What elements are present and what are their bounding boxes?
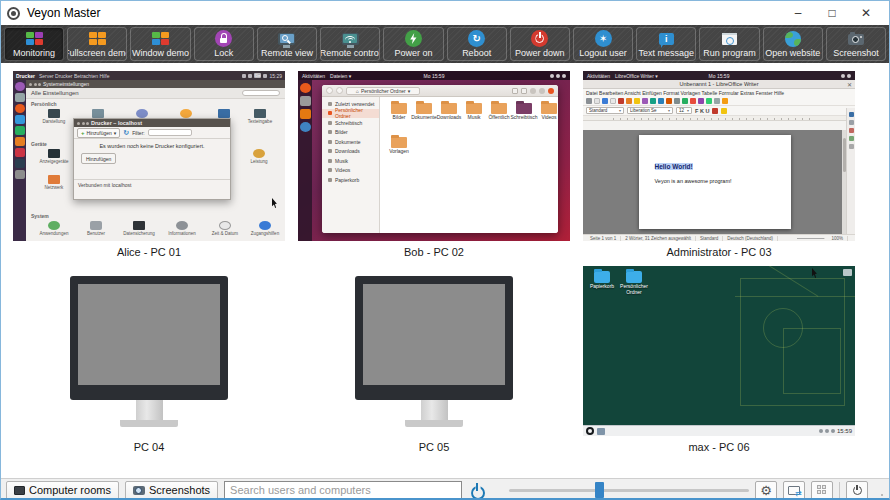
caret-down-icon: ▾	[114, 130, 117, 136]
view-toggle-icon	[521, 88, 527, 94]
fullscreen-demo-icon	[89, 31, 106, 47]
computer-caption: max - PC 06	[583, 436, 855, 453]
window-buttons	[77, 122, 89, 125]
align-to-grid-button[interactable]	[811, 481, 833, 500]
window-demo-button[interactable]: Window demo	[130, 27, 190, 61]
printers-title: Drucker – localhost	[91, 120, 142, 126]
auto-adjust-size-button[interactable]: ⚙	[755, 481, 777, 500]
remote-view-button[interactable]: Remote view	[257, 27, 317, 61]
security-icon	[218, 109, 230, 118]
window-demo-icon	[152, 31, 169, 47]
power-down-button[interactable]: Power down	[510, 27, 570, 61]
format-buttons: F K U	[695, 108, 709, 114]
computer-thumbnail-pc04[interactable]	[13, 266, 285, 436]
settings-item-system: Informationen	[162, 221, 202, 236]
plus-icon: +	[81, 130, 85, 136]
remote-clock: 15:29	[269, 73, 282, 79]
selected-text: Hello World!	[655, 163, 693, 170]
reboot-button[interactable]: ↻ Reboot	[447, 27, 507, 61]
reboot-icon: ↻	[468, 31, 485, 47]
add-printer-button-2: Hinzufügen	[81, 153, 116, 164]
taskbar-app-icon	[597, 428, 605, 435]
settings-item	[166, 109, 206, 118]
settings-item-leistung: Leistung	[239, 149, 279, 164]
run-program-button[interactable]: Run program	[699, 27, 759, 61]
resize-grip[interactable]	[874, 487, 884, 500]
close-button[interactable]: ✕	[849, 1, 883, 25]
computer-thumbnail-admin[interactable]: Aktivitäten LibreOffice Writer ▾ Mo 15:5…	[583, 71, 855, 241]
maximize-icon	[539, 88, 545, 94]
bottom-statusbar: Computer rooms Screenshots ⚙ ⇄	[1, 478, 889, 500]
custom-arrangement-button[interactable]: ⇄	[783, 481, 805, 500]
volume-icon	[263, 74, 267, 78]
settings-item-darstellung: Darstellung	[34, 109, 74, 124]
printers-dialog: Drucker – localhost + Hinzufügen ▾ ↻ Fil…	[73, 118, 231, 200]
mail-icon	[242, 74, 246, 78]
settings-titlebar: Systemeinstellungen	[26, 80, 285, 88]
power-state-button[interactable]	[846, 481, 868, 500]
monitoring-button[interactable]: Monitoring	[4, 27, 64, 61]
power-on-button[interactable]: Power on	[383, 27, 443, 61]
help-icon	[300, 122, 311, 132]
computer-thumbnail-pc05[interactable]	[298, 266, 570, 436]
computer-caption: Administrator - PC 03	[583, 241, 855, 258]
open-website-button[interactable]: Open website	[763, 27, 823, 61]
text-message-button[interactable]: i Text message	[636, 27, 696, 61]
computer-thumbnail-alice[interactable]: Drucker Server Drucker Betrachten Hilfe …	[13, 71, 285, 241]
sidebar-item: Papierkorb	[322, 175, 379, 185]
remote-topbar: Aktivitäten Dateien ▾ Mo 15:59	[298, 71, 570, 80]
computer-thumbnail-max[interactable]: Papierkorb Persönlicher Ordner 15:59	[583, 266, 855, 436]
remote-tray: De 15:29	[242, 73, 282, 79]
computer-cell-bob: Aktivitäten Dateien ▾ Mo 15:59	[298, 71, 583, 266]
software-icon	[15, 148, 25, 157]
screenshot-button[interactable]: Screenshot	[826, 27, 886, 61]
libreoffice-sidebar	[846, 108, 855, 234]
libreoffice-menubar: Datei Bearbeiten Ansicht Einfügen Format…	[583, 89, 855, 96]
screenshots-button[interactable]: Screenshots	[125, 481, 218, 500]
sidebar-item: Videos	[322, 166, 379, 176]
keyboard-icon	[254, 109, 266, 118]
tray-icon	[819, 429, 823, 433]
lock-button[interactable]: Lock	[194, 27, 254, 61]
minimize-icon	[530, 88, 536, 94]
ubuntu-dock	[298, 80, 312, 241]
kde-taskbar: 15:59	[583, 425, 855, 436]
powered-on-filter-button[interactable]	[468, 481, 486, 499]
document-area: Hello World! Veyon is an awesome program…	[583, 130, 846, 234]
ruler	[583, 116, 855, 121]
details-icon	[176, 221, 188, 230]
unity-launcher	[13, 80, 26, 241]
thumbnail-size-slider[interactable]	[509, 481, 749, 499]
blueprint-decoration	[783, 328, 841, 394]
text-message-icon: i	[659, 31, 674, 47]
section-devices: Geräte	[31, 141, 47, 147]
system-settings-window: Systemeinstellungen Alle Einstellungen P…	[26, 80, 285, 241]
taskbar-clock: 15:59	[837, 428, 852, 434]
minimize-button[interactable]: –	[781, 1, 815, 25]
settings-title: Systemeinstellungen	[43, 81, 89, 87]
maximize-button[interactable]: □	[815, 1, 849, 25]
desktop-icon-home: Persönlicher Ordner	[619, 271, 649, 295]
section-system: System	[31, 213, 49, 219]
logout-user-button[interactable]: ✶ Logout user	[573, 27, 633, 61]
open-website-icon	[785, 31, 801, 47]
remote-topbar: Aktivitäten LibreOffice Writer ▾ Mo 15:5…	[583, 71, 855, 80]
fullscreen-demo-button[interactable]: Fullscreen demo	[67, 27, 127, 61]
screenshot-icon	[848, 31, 864, 47]
slider-handle[interactable]	[595, 482, 604, 498]
settings-item-system: Zugangshilfen	[245, 221, 285, 236]
document-page: Hello World! Veyon is an awesome program…	[639, 135, 791, 229]
search-input[interactable]	[224, 481, 462, 499]
power-icon	[847, 74, 851, 78]
remote-control-button[interactable]: Remote control	[320, 27, 380, 61]
computer-caption: Alice - PC 01	[13, 241, 285, 258]
folder-item: Vorlagen	[384, 137, 414, 155]
path-button: ⌂ Persönlicher Ordner ▾	[346, 87, 420, 95]
monitor-settings-icon	[48, 149, 60, 158]
computer-rooms-button[interactable]: Computer rooms	[6, 481, 119, 500]
logout-user-icon: ✶	[595, 31, 612, 47]
monitor-arrows-icon: ⇄	[788, 486, 800, 495]
files-headerbar: ⌂ Persönlicher Ordner ▾	[322, 85, 558, 97]
remote-clock: Mo 15:59	[709, 73, 730, 79]
computer-thumbnail-bob[interactable]: Aktivitäten Dateien ▾ Mo 15:59	[298, 71, 570, 241]
